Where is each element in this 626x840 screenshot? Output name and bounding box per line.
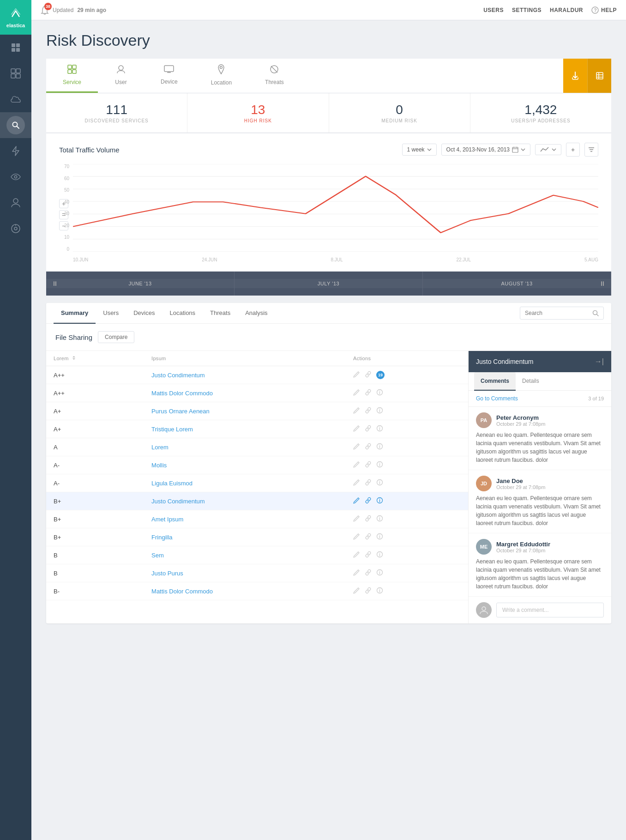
edit-icon[interactable] [353, 479, 360, 487]
link-icon[interactable] [365, 587, 372, 595]
info-icon[interactable] [376, 461, 383, 469]
section-tab-summary[interactable]: Summary [54, 303, 96, 324]
info-icon[interactable] [376, 515, 383, 523]
table-row-name: Justo Purus [144, 564, 346, 582]
sidebar-item-user[interactable] [0, 190, 31, 216]
y-label-60: 60 [64, 176, 69, 181]
info-icon[interactable] [376, 569, 383, 577]
section-tab-analysis[interactable]: Analysis [238, 303, 275, 324]
info-icon[interactable] [376, 407, 383, 415]
table-row-name: Justo Condimentum [144, 492, 346, 510]
link-icon[interactable] [365, 515, 372, 523]
x-label-8jul: 8.JUL [331, 257, 343, 262]
info-icon[interactable] [376, 389, 383, 397]
add-chart-button[interactable]: + [566, 143, 580, 157]
table-panel: Lorem Ipsum Actions [46, 351, 468, 623]
edit-icon[interactable] [353, 497, 360, 505]
link-icon[interactable] [365, 551, 372, 559]
tab-threats[interactable]: Threats [248, 59, 301, 93]
comment-author: Peter Acronym [496, 414, 545, 421]
info-icon[interactable] [376, 551, 383, 559]
timeline-august[interactable]: AUGUST '13 [423, 272, 611, 296]
info-icon[interactable] [376, 497, 383, 505]
notification-badge[interactable]: 38 [41, 6, 49, 15]
edit-icon[interactable] [353, 443, 360, 451]
edit-icon[interactable] [353, 389, 360, 397]
comment-date: October 29 at 7:08pm [496, 548, 550, 553]
period-selector[interactable]: 1 week [402, 144, 437, 156]
link-icon[interactable] [365, 497, 372, 505]
link-icon[interactable] [365, 407, 372, 415]
edit-icon[interactable] [353, 587, 360, 595]
sidebar-item-cloud[interactable] [0, 86, 31, 112]
nav-haraldur[interactable]: HARALDUR [550, 7, 583, 13]
topbar-left: 38 Updated 29 min ago [41, 6, 106, 15]
panel-tab-details[interactable]: Details [516, 372, 546, 391]
section-tab-devices[interactable]: Devices [126, 303, 162, 324]
date-range-selector[interactable]: Oct 4, 2013-Nov 16, 2013 [441, 144, 530, 156]
search-input[interactable] [525, 310, 590, 316]
threats-tab-icon [270, 65, 279, 76]
sidebar-item-search[interactable] [0, 112, 31, 138]
nav-settings[interactable]: SETTINGS [512, 7, 542, 13]
tab-location[interactable]: Location [194, 59, 248, 93]
panel-tab-comments[interactable]: Comments [474, 372, 516, 391]
comment-badge[interactable]: 19 [376, 371, 385, 379]
edit-icon[interactable] [353, 425, 360, 433]
sidebar-item-grid[interactable] [0, 60, 31, 86]
edit-icon[interactable] [353, 407, 360, 415]
chart-settings-button[interactable] [584, 143, 598, 157]
link-icon[interactable] [365, 569, 372, 577]
edit-icon[interactable] [353, 515, 360, 523]
help-button[interactable]: ? HELP [591, 6, 617, 14]
link-icon[interactable] [365, 425, 372, 433]
link-icon[interactable] [365, 443, 372, 451]
line-type-selector[interactable] [535, 144, 561, 155]
comment-input[interactable] [496, 603, 604, 617]
sidebar-item-monitor[interactable] [0, 164, 31, 190]
tab-device[interactable]: Device [144, 59, 194, 93]
chart-title: Total Traffic Volume [59, 146, 120, 154]
nav-users[interactable]: USERS [483, 7, 504, 13]
section-tab-users[interactable]: Users [96, 303, 126, 324]
edit-icon[interactable] [353, 551, 360, 559]
svg-point-60 [379, 445, 380, 446]
comment-author: Margret Eddudottir [496, 541, 550, 548]
edit-icon[interactable] [353, 533, 360, 541]
tab-user[interactable]: User [98, 59, 144, 93]
edit-icon[interactable] [353, 371, 360, 379]
timeline-june[interactable]: JUNE '13 [46, 272, 235, 296]
timeline-july[interactable]: JULY '13 [235, 272, 423, 296]
info-icon[interactable] [376, 479, 383, 487]
edit-icon[interactable] [353, 461, 360, 469]
section-tab-locations[interactable]: Locations [162, 303, 203, 324]
sidebar-item-gauge[interactable] [0, 216, 31, 242]
link-icon[interactable] [365, 479, 372, 487]
link-icon[interactable] [365, 389, 372, 397]
link-icon[interactable] [365, 533, 372, 541]
comment-item: JD Jane Doe October 29 at 7:08pm Aenean … [469, 470, 611, 533]
info-icon[interactable] [376, 443, 383, 451]
compare-button[interactable]: Compare [98, 331, 134, 343]
sidebar-item-lightning[interactable] [0, 138, 31, 164]
timeline-pause-right[interactable]: ⏸ [599, 280, 606, 287]
info-icon[interactable] [376, 533, 383, 541]
panel-close-button[interactable]: →| [595, 357, 604, 366]
table-row: A++ [46, 366, 144, 384]
info-icon[interactable] [376, 587, 383, 595]
edit-icon[interactable] [353, 569, 360, 577]
tab-action-link[interactable] [563, 59, 587, 93]
info-icon[interactable] [376, 425, 383, 433]
comment-input-row [469, 597, 611, 623]
section-tab-threats[interactable]: Threats [203, 303, 238, 324]
tab-service[interactable]: Service [46, 59, 98, 93]
sidebar-item-dashboard[interactable] [0, 35, 31, 60]
go-to-comments-link[interactable]: Go to Comments [476, 395, 518, 402]
tab-action-table[interactable] [587, 59, 611, 93]
svg-point-75 [379, 535, 380, 536]
link-icon[interactable] [365, 371, 372, 379]
panel-body: Go to Comments 3 of 19 PA Peter Acronym … [469, 391, 611, 623]
col-lorem[interactable]: Lorem [46, 351, 144, 366]
link-icon[interactable] [365, 461, 372, 469]
sidebar-logo[interactable]: elastica [0, 0, 31, 35]
